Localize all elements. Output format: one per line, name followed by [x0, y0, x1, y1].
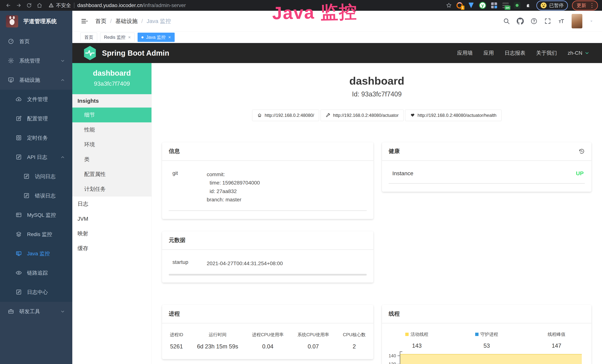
dashboard-icon [8, 38, 14, 45]
sba-item-jvm[interactable]: JVM [72, 211, 151, 226]
infrastructure-submenu: 文件管理 配置管理 定时任务 API 日志 [0, 90, 72, 302]
github-icon[interactable] [517, 18, 524, 25]
sba-sidebar: dashboard 93a3fc7f7409 Insights 细节 性能 环境… [72, 63, 152, 364]
sidebar-item-label: 研发工具 [19, 308, 40, 315]
back-arrow-icon[interactable] [4, 1, 13, 10]
sidebar-item-api-log[interactable]: API 日志 [0, 148, 72, 167]
sba-logo-icon [83, 45, 97, 61]
extension-swirl-icon[interactable]: 1 [456, 2, 463, 9]
breadcrumb-separator: / [110, 18, 112, 24]
extensions-puzzle-icon[interactable] [525, 2, 532, 9]
layers-icon [16, 231, 22, 238]
tab-home[interactable]: 首页 [80, 33, 97, 42]
forward-arrow-icon[interactable] [14, 1, 23, 10]
endpoint-health-button[interactable]: http://192.168.0.2:48080/actuator/health [405, 110, 502, 121]
sidebar-item-log-center[interactable]: 日志中心 [0, 283, 72, 302]
sidebar-item-access-log[interactable]: 访问日志 [0, 167, 72, 186]
sidebar-item-java-monitor[interactable]: Java 监控 [0, 244, 72, 263]
topbar: 首页 / 基础设施 / Java 监控 [72, 11, 602, 32]
endpoint-home-button[interactable]: http://192.168.0.2:48080/ [252, 110, 319, 121]
sba-nav-applications[interactable]: 应用 [484, 50, 494, 57]
sba-item-metrics[interactable]: 性能 [72, 122, 151, 137]
paused-button[interactable]: 已暂停 [536, 0, 568, 11]
cards-grid: 信息 git commit: time: 1596289704000 id: 2… [162, 142, 592, 364]
caret-down-icon[interactable] [589, 19, 594, 23]
sidebar-item-label: 配置管理 [27, 115, 48, 122]
chevron-down-icon [60, 58, 65, 64]
close-icon[interactable]: × [168, 35, 171, 40]
tab-java-monitor[interactable]: Java 监控 × [138, 33, 175, 42]
extension-list-icon[interactable]: on [502, 2, 509, 9]
extension-dot-icon[interactable] [513, 2, 521, 9]
home-icon[interactable] [35, 1, 44, 10]
warning-icon [49, 3, 54, 8]
fullscreen-icon[interactable] [544, 18, 551, 25]
sidebar-item-label: 访问日志 [35, 173, 56, 180]
extension-y-icon[interactable]: y [479, 2, 486, 9]
app-logo-row[interactable]: 芋道管理系统 [0, 11, 72, 32]
url-text[interactable]: dashboard.yudao.iocoder.cn/infra/admin-s… [77, 2, 186, 8]
sidebar-item-config-manage[interactable]: 配置管理 [0, 109, 72, 128]
sidebar-item-file-manage[interactable]: 文件管理 [0, 90, 72, 109]
sba-nav-wallboard[interactable]: 应用墙 [457, 50, 473, 57]
sidebar-item-system[interactable]: 系统管理 [0, 51, 72, 70]
extension-pin-icon[interactable] [467, 2, 475, 9]
endpoint-actuator-button[interactable]: http://192.168.0.2:48080/actuator [321, 110, 404, 121]
user-avatar[interactable] [572, 14, 582, 28]
instance-header: dashboard 93a3fc7f7409 [72, 63, 151, 94]
breadcrumb-home[interactable]: 首页 [95, 17, 107, 25]
sba-locale-select[interactable]: zh-CN [568, 50, 590, 56]
metadata-row-label: startup [169, 259, 207, 268]
eye-icon [16, 270, 22, 276]
sba-nav-journal[interactable]: 日志报表 [505, 50, 526, 57]
site-security[interactable]: 不安全 [49, 2, 71, 9]
legend-live-threads: 活动线程 143 [382, 331, 452, 349]
sidebar-item-scheduled-task[interactable]: 定时任务 [0, 128, 72, 148]
sba-nav-about[interactable]: 关于我们 [536, 50, 557, 57]
sba-item-classes[interactable]: 类 [72, 152, 151, 167]
extension-grid-icon[interactable] [490, 2, 498, 9]
metadata-card: 元数据 startup 2021-04-27T00:44:31.254+08:0… [162, 231, 373, 282]
topbar-actions [503, 14, 594, 28]
sidebar-item-mysql-monitor[interactable]: MySQL 监控 [0, 205, 72, 225]
reload-icon[interactable] [25, 1, 33, 10]
update-button[interactable]: 更新 ⋮ [572, 0, 598, 11]
history-icon[interactable] [579, 148, 585, 154]
help-icon[interactable] [530, 18, 538, 25]
edit-icon [16, 115, 22, 122]
collapse-sidebar-icon[interactable] [80, 17, 88, 25]
sba-item-config-props[interactable]: 配置属性 [72, 167, 151, 182]
chevron-down-icon [584, 50, 590, 56]
breadcrumb-infrastructure[interactable]: 基础设施 [115, 17, 138, 25]
search-icon[interactable] [503, 18, 510, 25]
sidebar-item-redis-monitor[interactable]: Redis 监控 [0, 225, 72, 244]
address-bar[interactable]: 不安全 dashboard.yudao.iocoder.cn/infra/adm… [49, 2, 186, 9]
bookmark-star-icon[interactable] [446, 2, 452, 8]
sidebar-item-label: 错误日志 [35, 192, 56, 199]
sba-item-scheduled[interactable]: 计划任务 [72, 182, 151, 197]
sba-item-mappings[interactable]: 映射 [72, 226, 151, 241]
cloud-upload-icon [16, 96, 22, 103]
sidebar-item-infrastructure[interactable]: 基础设施 [0, 70, 72, 90]
endpoint-buttons: http://192.168.0.2:48080/ http://192.168… [162, 110, 592, 121]
instance-name: dashboard [74, 69, 150, 77]
sba-item-details[interactable]: 细节 [72, 107, 151, 122]
admin-menu: 首页 系统管理 基础设施 文件管理 [0, 32, 72, 364]
stat-process-cpu: 进程CPU使用率 0.04 [252, 332, 284, 350]
stat-cpu-cores: CPU核心数 2 [343, 332, 366, 350]
close-icon[interactable]: × [128, 35, 131, 40]
breadcrumb: 首页 / 基础设施 / Java 监控 [95, 17, 171, 25]
tab-redis-monitor[interactable]: Redis 监控 × [100, 33, 135, 42]
page-subtitle: Id: 93a3fc7f7409 [162, 90, 592, 98]
sidebar-item-error-log[interactable]: 错误日志 [0, 186, 72, 205]
kebab-menu-icon[interactable]: ⋮ [589, 3, 595, 8]
sidebar-item-dev-tools[interactable]: 研发工具 [0, 302, 72, 321]
sba-item-environment[interactable]: 环境 [72, 137, 151, 152]
sba-item-logs[interactable]: 日志 [72, 197, 151, 211]
font-size-icon[interactable] [558, 18, 565, 25]
page-title: dashboard [162, 75, 592, 87]
workspace: 芋道管理系统 首页 系统管理 基础设施 [0, 11, 602, 364]
sidebar-item-trace[interactable]: 链路追踪 [0, 263, 72, 283]
sidebar-item-home[interactable]: 首页 [0, 32, 72, 51]
sba-item-caches[interactable]: 缓存 [72, 241, 151, 256]
